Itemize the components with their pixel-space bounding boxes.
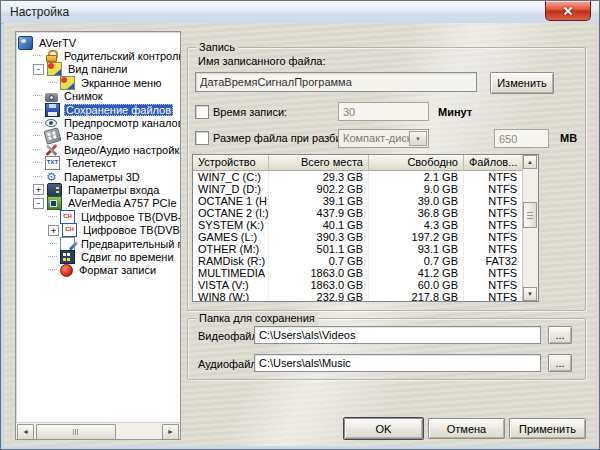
tree-item[interactable]: Цифровое ТВ(DVB-T): [16, 210, 180, 223]
drive-name: WIN8 (W:): [193, 291, 269, 301]
drive-row[interactable]: SYSTEM (K:)40.1 GB4.3 GBNTFS: [193, 219, 523, 231]
total-space: 902.2 GB: [269, 183, 369, 195]
drive-name: OTHER (M:): [193, 243, 269, 255]
total-space: 29.3 GB: [269, 171, 369, 183]
drive-row[interactable]: WIN7_C (C:)29.3 GB2.1 GBNTFS: [193, 171, 523, 183]
tree-item-label[interactable]: AVerMedia A757 PCIe Hybrid: [66, 197, 181, 209]
table-vertical-scrollbar[interactable]: ▲ ▼: [522, 155, 538, 301]
tree-item-label[interactable]: Формат записи: [77, 264, 158, 276]
tree-item[interactable]: Снимок: [16, 90, 180, 103]
ok-button[interactable]: OK: [344, 418, 423, 439]
tree-item-label[interactable]: Телетекст: [64, 157, 119, 169]
free-space: 4.3 GB: [369, 219, 464, 231]
tree-item[interactable]: +Цифровое ТВ(DVB-C): [16, 223, 180, 236]
tree-item-label[interactable]: Вид панели: [66, 63, 129, 75]
tree-horizontal-scrollbar[interactable]: ◄ ►: [16, 422, 180, 439]
tree-item-label[interactable]: AVerTV: [37, 37, 78, 49]
audio-folder-input[interactable]: [254, 354, 541, 372]
column-header[interactable]: Свободно: [369, 155, 464, 171]
collapse-icon[interactable]: -: [33, 64, 44, 75]
tree-item-label[interactable]: Видео/Аудио настройки: [62, 144, 181, 156]
drive-row[interactable]: WIN8 (W:)232.9 GB217.8 GBNTFS: [193, 291, 523, 301]
input-params-icon: [47, 183, 62, 197]
tree-item-label[interactable]: Родительский контроль: [62, 50, 181, 62]
drive-row[interactable]: OCTANE 1 (H:)39.1 GB39.0 GBNTFS: [193, 195, 523, 207]
tree-item-label[interactable]: Сохранение файлов: [64, 104, 173, 116]
teletext-icon: [45, 156, 60, 170]
tree-item[interactable]: Видео/Аудио настройки: [16, 143, 180, 156]
file-system: NTFS: [464, 207, 523, 219]
scroll-right-icon[interactable]: ►: [162, 424, 179, 440]
tree-item-label[interactable]: Параметры входа: [66, 184, 161, 196]
parental-lock-icon: [45, 50, 58, 62]
total-space: 39.1 GB: [269, 195, 369, 207]
column-header[interactable]: Устройство: [193, 155, 269, 171]
split-size-input: [494, 129, 549, 148]
drive-row[interactable]: MULTIMEDIA (S:)1863.0 GB41.2 GBNTFS: [193, 267, 523, 279]
video-browse-button[interactable]: ...: [548, 326, 572, 344]
save-files-icon: [45, 103, 60, 117]
split-size-checkbox[interactable]: [195, 131, 209, 145]
digital-tv-icon: [60, 210, 75, 224]
tree-item[interactable]: AVerTV: [16, 36, 180, 49]
column-header[interactable]: Всего места: [269, 155, 369, 171]
drive-row[interactable]: VISTA (V:)1863.0 GB60.0 GBNTFS: [193, 279, 523, 291]
drive-row[interactable]: OTHER (M:)501.1 GB93.1 GBNTFS: [193, 243, 523, 255]
scroll-down-icon[interactable]: ▼: [523, 287, 537, 301]
tree-item[interactable]: +Параметры входа: [16, 183, 180, 196]
tree-item-label[interactable]: Предварительный просмотр: [79, 238, 181, 250]
tree-item[interactable]: Экранное меню: [16, 76, 180, 89]
tree-item[interactable]: Предпросмотр каналов: [16, 116, 180, 129]
tree-connector: [33, 135, 42, 137]
filename-input[interactable]: [195, 72, 477, 92]
save-folder-group: Папка для сохранения Видеофайлы: ... Ауд…: [187, 318, 586, 380]
drive-row[interactable]: WIN7_D (D:)902.2 GB9.0 GBNTFS: [193, 183, 523, 195]
tree-item[interactable]: Сдвиг по времени: [16, 250, 180, 263]
expand-icon[interactable]: +: [48, 225, 59, 236]
tree-item-label[interactable]: Разное: [64, 130, 104, 142]
tree-item-label[interactable]: Цифровое ТВ(DVB-C): [81, 224, 181, 236]
tree-item[interactable]: Сохранение файлов: [16, 103, 180, 116]
video-folder-input[interactable]: [254, 326, 541, 344]
duration-checkbox[interactable]: [195, 105, 209, 119]
drive-row[interactable]: RAMDisk (R:)0.7 GB0.7 GBFAT32: [193, 255, 523, 267]
drives-table-body: WIN7_C (C:)29.3 GB2.1 GBNTFSWIN7_D (D:)9…: [193, 171, 523, 301]
scroll-up-icon[interactable]: ▲: [523, 155, 537, 169]
drives-table[interactable]: УстройствоВсего местаСвободноФайлов... W…: [192, 154, 539, 302]
tree-item-label[interactable]: Предпросмотр каналов: [62, 117, 181, 129]
tree-item[interactable]: Параметры 3D: [16, 170, 180, 183]
collapse-icon[interactable]: -: [33, 198, 44, 209]
tree-item-label[interactable]: Цифровое ТВ(DVB-T): [79, 211, 181, 223]
tree-item[interactable]: Родительский контроль: [16, 49, 180, 62]
tree-item-label[interactable]: Параметры 3D: [62, 171, 142, 183]
free-space: 60.0 GB: [369, 279, 464, 291]
tree-item-label[interactable]: Снимок: [62, 90, 105, 102]
tree-item-label[interactable]: Сдвиг по времени: [79, 251, 176, 263]
audio-browse-button[interactable]: ...: [548, 354, 572, 372]
close-icon: [563, 6, 573, 16]
scroll-left-icon[interactable]: ◄: [17, 424, 34, 440]
av-settings-icon: [45, 144, 58, 156]
split-unit-label: MB: [560, 132, 577, 144]
dialog-body: AVerTVРодительский контроль-Вид панелиЭк…: [4, 23, 598, 446]
drive-row[interactable]: OCTANE 2 (I:)437.9 GB36.8 GBNTFS: [193, 207, 523, 219]
change-button[interactable]: Изменить: [490, 72, 554, 94]
scrollbar-thumb[interactable]: [523, 202, 537, 228]
column-header[interactable]: Файлов...: [464, 155, 523, 171]
file-system: NTFS: [464, 243, 523, 255]
scrollbar-thumb[interactable]: [36, 424, 116, 440]
tree-item[interactable]: -AVerMedia A757 PCIe Hybrid: [16, 197, 180, 210]
drive-row[interactable]: GAMES (L:)390.3 GB197.2 GBNTFS: [193, 231, 523, 243]
close-button[interactable]: [545, 1, 591, 21]
expand-icon[interactable]: +: [33, 184, 44, 195]
apply-button[interactable]: Применить: [509, 418, 586, 439]
tree-item-label[interactable]: Экранное меню: [79, 77, 163, 89]
title-bar[interactable]: Настройка: [1, 1, 599, 24]
tree-item[interactable]: -Вид панели: [16, 63, 180, 76]
tree-item[interactable]: Предварительный просмотр: [16, 237, 180, 250]
settings-tree[interactable]: AVerTVРодительский контроль-Вид панелиЭк…: [15, 31, 181, 440]
tree-item[interactable]: Разное: [16, 130, 180, 143]
cancel-button[interactable]: Отмена: [428, 418, 505, 439]
tree-item[interactable]: Формат записи: [16, 264, 180, 277]
tree-item[interactable]: Телетекст: [16, 157, 180, 170]
